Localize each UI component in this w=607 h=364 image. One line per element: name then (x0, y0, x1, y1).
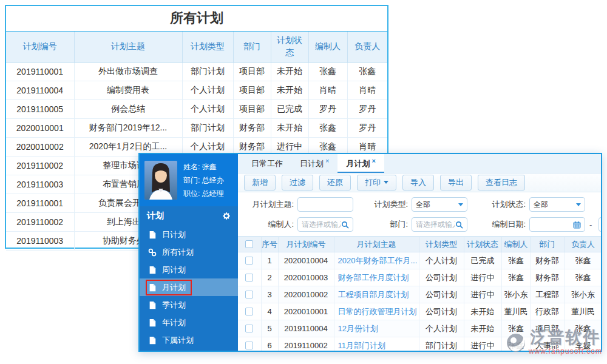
month-plan-no-link[interactable]: 2019110004 (278, 320, 334, 337)
creator-link[interactable]: 董川民 (501, 303, 531, 320)
select-all-header[interactable] (238, 237, 261, 252)
month-plan-subject-link[interactable]: 工程项目部月度计划 (334, 286, 419, 303)
dept-filter-input[interactable] (416, 220, 455, 229)
owner-link[interactable]: 张小东 (564, 286, 602, 303)
table-row: 2 2020010003 财务部工作月度计划 公司计划 进行中 张鑫 财务部 张… (238, 269, 602, 286)
month-plan-no-link[interactable]: 2020010002 (278, 286, 334, 303)
sidebar-item[interactable]: 周计划 (140, 261, 238, 278)
filter-area: 月计划主题: 计划类型: 全部 计划状态: 全部 计划日期: 编制人: 部门: (238, 192, 601, 236)
toolbar-button[interactable]: 过滤 (282, 175, 313, 190)
select-all-checkbox (245, 240, 253, 248)
search-icon[interactable] (341, 221, 349, 229)
toolbar-button-label: 导入 (410, 178, 426, 187)
page-title: 所有计划 (6, 6, 387, 32)
month-plan-no-link[interactable]: 2019110002 (278, 337, 334, 352)
close-icon[interactable]: × (325, 157, 329, 164)
plan-no-cell: 2020010001 (6, 118, 74, 137)
user-card: 姓名: 张鑫 部门: 总经办 职位: 总经理 (140, 154, 238, 206)
toolbar-button-label: 还原 (327, 178, 343, 187)
col-plan-no: 计划编号 (6, 32, 74, 62)
plan-status-cell: 进行中 (464, 269, 501, 286)
sidebar-item-label: 季计划 (162, 300, 186, 311)
plan-type-cell: 部门计划 (419, 337, 464, 352)
table-row: 6 2019110002 11月部门计划 部门计划 进行中 张鑫 人事部 李媛 (238, 337, 602, 352)
month-plan-no-link[interactable]: 2020010004 (278, 252, 334, 269)
plan-no-cell: 2019110002 (6, 212, 74, 231)
plan-no-cell: 2019110003 (6, 175, 74, 194)
row-select-cell[interactable] (238, 269, 261, 286)
row-select-cell[interactable] (238, 303, 261, 320)
row-select-cell[interactable] (238, 286, 261, 303)
toolbar-button[interactable]: 导出 (440, 175, 472, 190)
owner-link[interactable]: 张鑫 (564, 252, 602, 269)
row-select-cell[interactable] (238, 337, 261, 352)
creator-link[interactable]: 张鑫 (501, 269, 531, 286)
tab[interactable]: 日常工作 (243, 154, 291, 173)
toolbar-button[interactable]: 新增 (244, 175, 276, 190)
user-dept-line: 部门: 总经办 (183, 174, 224, 187)
toolbar-button[interactable]: 查看日志 (478, 175, 525, 190)
tab[interactable]: 月计划× (337, 154, 384, 173)
plan-status-cell: 未开始 (271, 81, 308, 99)
col-plan-status: 计划状态 (464, 237, 501, 252)
calendar-icon[interactable] (573, 221, 581, 229)
dept-cell: 财务部 (233, 118, 271, 137)
sidebar-item[interactable]: 年计划 (140, 314, 238, 331)
col-creator: 编制人 (501, 237, 531, 252)
plan-type-cell: 个人计划 (419, 252, 464, 269)
sidebar-item[interactable]: 下属计划 (140, 331, 238, 349)
row-select-cell[interactable] (238, 320, 261, 337)
type-filter-select[interactable]: 全部 (412, 197, 467, 212)
owner-cell: 罗丹 (347, 118, 387, 137)
month-plan-subject-link[interactable]: 日常的行政管理月计划 (334, 303, 419, 320)
plan-status-cell: 进行中 (464, 286, 501, 303)
row-checkbox (245, 308, 253, 315)
sidebar-menu: 日计划 所有计划 (140, 226, 238, 349)
col-month-plan-subject: 月计划主题 (334, 237, 419, 252)
toolbar-button[interactable]: 还原 (319, 175, 351, 190)
row-select-cell[interactable] (238, 252, 261, 269)
gear-icon[interactable] (222, 212, 231, 220)
col-index: 序号 (261, 237, 278, 252)
table-header-row: 计划编号 计划主题 计划类型 部门 计划状态 编制人 负责人 (6, 32, 387, 62)
owner-link[interactable]: 董川民 (564, 303, 602, 320)
sidebar: 姓名: 张鑫 部门: 总经办 职位: 总经理 计划 (140, 154, 238, 351)
creator-link[interactable]: 张鑫 (501, 320, 531, 337)
status-filter-select[interactable]: 全部 (529, 197, 585, 212)
owner-link[interactable]: 张鑫 (564, 269, 602, 286)
month-plan-subject-link[interactable]: 12月份计划 (334, 320, 419, 337)
col-owner: 负责人 (564, 237, 602, 252)
creator-filter-input[interactable] (302, 220, 341, 229)
toolbar-button[interactable]: 打印 (357, 175, 396, 190)
plan-no-cell: 2019110002 (6, 156, 74, 175)
month-plan-no-link[interactable]: 2020010003 (278, 269, 334, 286)
toolbar-button-label: 导出 (448, 178, 464, 187)
sidebar-item[interactable]: 日计划 (140, 226, 238, 243)
search-icon[interactable] (455, 221, 463, 229)
dept-cell: 项目部 (233, 62, 271, 81)
col-month-plan-no: 月计划编号 (278, 237, 334, 252)
create-date-start-input[interactable] (534, 220, 573, 229)
index-cell: 1 (261, 252, 278, 269)
dept-cell: 项目部 (233, 99, 271, 118)
creator-link[interactable]: 张鑫 (501, 337, 531, 352)
month-plan-no-link[interactable]: 2020010001 (278, 303, 334, 320)
owner-link[interactable]: 张鑫 (564, 320, 602, 337)
filter-row-1: 月计划主题: 计划类型: 全部 计划状态: 全部 计划日期: (243, 197, 596, 212)
plan-status-cell: 未开始 (464, 303, 501, 320)
toolbar-button[interactable]: 导入 (402, 175, 434, 190)
month-plan-subject-link[interactable]: 11月部门计划 (334, 337, 419, 352)
index-cell: 5 (261, 320, 278, 337)
sidebar-item[interactable]: 季计划 (140, 296, 238, 314)
creator-link[interactable]: 张小东 (501, 286, 531, 303)
col-plan-type: 计划类型 (182, 32, 233, 62)
tab[interactable]: 日计划× (291, 154, 337, 173)
owner-link[interactable]: 李媛 (564, 337, 602, 352)
sidebar-item[interactable]: 月计划 (140, 278, 238, 296)
subject-filter-input[interactable] (302, 200, 349, 209)
close-icon[interactable]: × (371, 157, 375, 164)
sidebar-item[interactable]: 所有计划 (140, 243, 238, 261)
month-plan-subject-link[interactable]: 2020年财务部工作月... (334, 252, 419, 269)
creator-link[interactable]: 张鑫 (501, 252, 531, 269)
month-plan-subject-link[interactable]: 财务部工作月度计划 (334, 269, 419, 286)
